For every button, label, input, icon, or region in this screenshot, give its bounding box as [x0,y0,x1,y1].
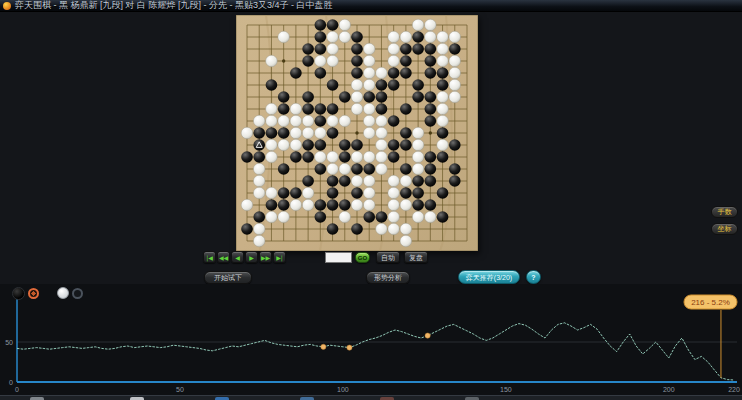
go-stone [376,91,388,103]
black-winrate-radio[interactable] [28,288,39,299]
go-board-canvas[interactable] [236,15,478,251]
go-stone [376,223,388,235]
nav-back-button[interactable]: ◀ [231,251,244,263]
go-stone [400,187,412,199]
go-stone [266,103,278,115]
go-stone [437,91,449,103]
go-stone [388,115,400,127]
go-stone [363,211,375,223]
go-stone [363,199,375,211]
go-stone [388,175,400,187]
go-button[interactable]: GO [355,252,370,263]
marked-move-dot[interactable] [347,345,352,350]
go-stone [302,127,314,139]
windows-taskbar[interactable] [0,395,742,400]
nav-last-button[interactable]: ▶| [273,251,286,263]
winrate-chart[interactable]: 050050100150200220216 - 5.2% [0,284,742,395]
go-stone [400,235,412,247]
go-stone [339,139,351,151]
go-stone [315,199,327,211]
position-analysis-button[interactable]: 形势分析 [366,271,410,284]
go-stone [278,163,290,175]
go-stone [351,223,363,235]
go-stone [351,139,363,151]
black-winrate-option[interactable] [12,287,39,300]
go-stone [278,127,290,139]
go-stone [425,19,437,31]
go-stone [315,163,327,175]
go-stone [315,151,327,163]
go-stone [400,175,412,187]
go-stone [400,163,412,175]
go-stone [388,55,400,67]
go-stone [327,115,339,127]
go-stone [449,67,461,79]
nav-forward-button[interactable]: ▶ [245,251,258,263]
go-stone [339,211,351,223]
go-stone [351,91,363,103]
go-stone [327,175,339,187]
nav-forward-fast-button[interactable]: ▶▶ [259,251,272,263]
go-stone [388,199,400,211]
marked-move-dot[interactable] [425,333,430,338]
go-stone [351,79,363,91]
go-stone [351,43,363,55]
move-numbers-toggle-button[interactable]: 手数 [711,206,738,218]
go-stone [290,127,302,139]
go-stone [315,115,327,127]
go-stone [327,151,339,163]
go-stone [241,151,253,163]
go-stone [278,187,290,199]
white-winrate-radio[interactable] [72,288,83,299]
nav-back-fast-button[interactable]: ◀◀ [217,251,230,263]
go-stone [388,79,400,91]
go-stone [412,187,424,199]
black-stone-icon [12,287,25,300]
help-button[interactable]: ? [526,270,541,284]
go-stone [327,43,339,55]
go-stone [253,175,265,187]
nav-first-button[interactable]: |◀ [203,251,216,263]
auto-play-button[interactable]: 自动 [376,251,400,263]
cursor-tooltip-label: 216 - 5.2% [691,298,730,307]
ai-recommend-button[interactable]: 弈天推荐(3/20) [458,270,520,284]
go-stone [266,211,278,223]
go-stone [376,79,388,91]
coordinates-toggle-button[interactable]: 坐标 [711,223,738,235]
go-stone [412,151,424,163]
white-winrate-option[interactable] [39,287,83,299]
marked-move-dot[interactable] [321,344,326,349]
start-trial-button[interactable]: 开始试下 [204,271,252,284]
go-board[interactable] [236,15,478,251]
go-stone [327,187,339,199]
go-stone [266,139,278,151]
go-stone [437,139,449,151]
go-stone [351,31,363,43]
x-tick-label: 100 [337,386,349,393]
go-stone [290,103,302,115]
go-stone [327,19,339,31]
replay-button[interactable]: 复盘 [404,251,428,263]
go-stone [449,91,461,103]
go-stone [266,199,278,211]
go-stone [315,19,327,31]
go-stone [412,91,424,103]
x-tick-label: 0 [15,386,19,393]
go-stone [253,223,265,235]
go-stone [327,103,339,115]
go-stone [315,211,327,223]
go-stone [315,127,327,139]
go-stone [241,199,253,211]
move-number-input[interactable] [325,252,352,263]
go-stone [302,115,314,127]
white-stone-icon [57,287,69,299]
y-tick-label: 50 [5,339,13,346]
go-stone [412,43,424,55]
go-stone [315,55,327,67]
go-stone [278,199,290,211]
go-stone [449,175,461,187]
go-stone [351,67,363,79]
go-stone [363,163,375,175]
x-tick-label: 220 [728,386,740,393]
go-stone [253,151,265,163]
